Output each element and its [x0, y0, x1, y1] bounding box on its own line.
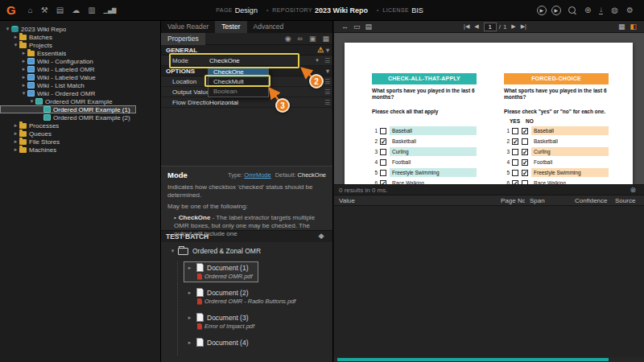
tree-item-2023-wiki-repo[interactable]: ▾2023 Wiki Repo: [0, 25, 72, 33]
tools-icon[interactable]: ⚒: [41, 6, 48, 14]
checkbox-yes-unchecked[interactable]: [512, 170, 518, 176]
results-table-body[interactable]: [334, 206, 644, 357]
expand-arrow-icon[interactable]: ▾: [28, 98, 35, 105]
expand-arrow-icon[interactable]: ▸: [12, 122, 19, 129]
thumbnails-icon[interactable]: ▤: [365, 23, 373, 31]
printer-icon[interactable]: ▥: [88, 6, 95, 14]
dropdown-option-checkmult[interactable]: CheckMult: [208, 77, 268, 87]
zoom-icon[interactable]: ⊕: [584, 6, 591, 14]
row-menu-icon[interactable]: ☰: [322, 78, 332, 85]
batch-folder[interactable]: ▾ Ordered & Zonal OMR: [169, 247, 332, 255]
checkbox-yes-unchecked[interactable]: [512, 149, 518, 155]
column-header-span[interactable]: Span: [525, 197, 570, 204]
checkbox-checked[interactable]: ✓: [380, 138, 386, 145]
tree-item-wiki-labeled-value[interactable]: ▸Wiki - Labeled Value: [0, 73, 101, 81]
scrollbar-thumb[interactable]: [337, 358, 609, 361]
document-page[interactable]: CHECK-ALL-THAT-APPLY What sports have yo…: [345, 43, 633, 184]
clear-results-icon[interactable]: ⊗: [630, 187, 636, 194]
checkbox-no-unchecked[interactable]: [522, 138, 528, 145]
checkbox-no-unchecked[interactable]: [522, 180, 528, 185]
row-menu-icon[interactable]: ☰: [322, 88, 332, 96]
expand-arrow-icon[interactable]: ▸: [12, 146, 19, 153]
general-section-header[interactable]: GENERAL ⚠ ▾: [161, 45, 332, 56]
chevron-down-icon[interactable]: ▾: [326, 68, 329, 75]
tree-item-wiki-labeled-omr[interactable]: ▸Wiki - Labeled OMR: [0, 65, 101, 73]
checkbox-yes-checked[interactable]: ✓: [512, 180, 518, 185]
tab-properties[interactable]: Properties: [161, 33, 205, 45]
link-icon[interactable]: ∞: [298, 35, 303, 43]
last-page-button[interactable]: ▶|: [521, 23, 526, 30]
tree-item-ordered-omr-example-1[interactable]: Ordered OMR Example (1): [0, 105, 136, 113]
repository-value[interactable]: 2023 Wiki Repo: [315, 6, 368, 14]
tree-item-processes[interactable]: ▸Processes: [0, 121, 64, 130]
page-value[interactable]: Design: [235, 6, 258, 14]
expand-arrow-icon[interactable]: ▸: [186, 339, 193, 346]
checkbox-no-checked[interactable]: ✓: [522, 170, 528, 176]
chevron-down-icon[interactable]: ▾: [326, 47, 329, 54]
expand-arrow-icon[interactable]: ▸: [20, 58, 27, 64]
tab-advanced[interactable]: Advanced: [247, 21, 291, 33]
expand-arrow-icon[interactable]: ▸: [20, 66, 27, 72]
first-page-button[interactable]: |◀: [464, 23, 469, 30]
layers-icon[interactable]: ◧: [630, 23, 637, 31]
tab-tester[interactable]: Tester: [215, 21, 246, 33]
fit-width-icon[interactable]: ↔: [341, 23, 349, 31]
checkbox-unchecked[interactable]: [380, 159, 386, 166]
batch-document-document-4[interactable]: ▸Document (4): [184, 336, 254, 349]
expand-arrow-icon[interactable]: ▾: [12, 42, 19, 48]
globe-icon[interactable]: ◍: [611, 6, 618, 14]
prev-page-button[interactable]: ◀: [474, 23, 478, 30]
type-link[interactable]: OmrMode: [244, 171, 270, 179]
next-page-button[interactable]: ▶: [511, 23, 515, 30]
mode-value[interactable]: CheckOne: [209, 57, 312, 64]
viewer-hscrollbar[interactable]: [334, 357, 644, 362]
tree-item-projects[interactable]: ▾Projects: [0, 41, 58, 49]
stats-icon[interactable]: ▁▄▇: [104, 7, 117, 13]
batch-document-document-3[interactable]: ▸Document (3)Error of Impact.pdf: [184, 311, 260, 332]
search-icon[interactable]: [568, 6, 576, 14]
batch-document-document-2[interactable]: ▸Document (2)Ordered OMR - Radio Buttons…: [184, 286, 301, 307]
checkbox-yes-checked[interactable]: ✓: [512, 138, 518, 145]
checkbox-no-checked[interactable]: ✓: [522, 128, 528, 134]
tree-item-machines[interactable]: ▸Machines: [0, 146, 62, 154]
row-menu-icon[interactable]: ☰: [322, 99, 332, 106]
tree-item-essentials[interactable]: ▸Essentials: [0, 49, 72, 57]
save-icon[interactable]: ▣: [309, 35, 316, 43]
dropdown-option-boolean[interactable]: Boolean: [208, 87, 268, 97]
checkbox-yes-unchecked[interactable]: [512, 128, 518, 134]
home-icon[interactable]: ⌂: [28, 6, 33, 14]
column-header-source[interactable]: Source: [610, 197, 644, 204]
batch-document-document-1[interactable]: ▸Document (1)Ordered OMR.pdf: [184, 261, 258, 282]
expand-arrow-icon[interactable]: ▸: [186, 315, 193, 321]
expand-arrow-icon[interactable]: ▸: [12, 34, 19, 40]
expand-arrow-icon[interactable]: ▸: [20, 50, 27, 56]
dropdown-option-checkone[interactable]: CheckOne: [208, 68, 268, 77]
checkbox-yes-unchecked[interactable]: [512, 159, 518, 166]
column-header-page-no[interactable]: Page No: [496, 197, 525, 204]
checkbox-unchecked[interactable]: [380, 149, 386, 155]
expand-arrow-icon[interactable]: ▸: [186, 265, 193, 271]
checkbox-no-checked[interactable]: ✓: [522, 149, 528, 155]
row-menu-icon[interactable]: ☰: [322, 57, 332, 64]
tree-item-file-stores[interactable]: ▸File Stores: [0, 138, 65, 146]
dropdown-chevron-icon[interactable]: ▾: [312, 57, 322, 64]
app-logo[interactable]: G: [6, 3, 16, 17]
checkbox-no-checked[interactable]: ✓: [522, 159, 528, 166]
tree-item-wiki-list-match[interactable]: ▸Wiki - List Match: [0, 81, 90, 89]
expand-arrow-icon[interactable]: ▸: [20, 82, 27, 88]
license-value[interactable]: BIS: [411, 6, 423, 14]
download-icon[interactable]: ↓: [599, 6, 603, 14]
checkbox-unchecked[interactable]: [380, 170, 386, 176]
expand-arrow-icon[interactable]: ▸: [20, 74, 27, 80]
property-row-flow-direction[interactable]: Flow DirectionHorizontal☰: [161, 97, 332, 108]
library-icon[interactable]: ▤: [56, 6, 64, 14]
column-header-confidence[interactable]: Confidence: [570, 197, 610, 204]
property-value[interactable]: Horizontal: [209, 99, 322, 106]
expand-arrow-icon[interactable]: ▸: [186, 290, 193, 296]
play-icon[interactable]: ▶: [537, 6, 547, 15]
tree-item-queues[interactable]: ▸Queues: [0, 130, 57, 138]
tree-item-ordered-omr-example[interactable]: ▾Ordered OMR Example: [0, 97, 118, 105]
tree-item-ordered-omr-example-2[interactable]: Ordered OMR Example (2): [0, 113, 136, 121]
expand-arrow-icon[interactable]: ▸: [12, 138, 19, 145]
grid-icon[interactable]: ▦: [322, 35, 329, 43]
